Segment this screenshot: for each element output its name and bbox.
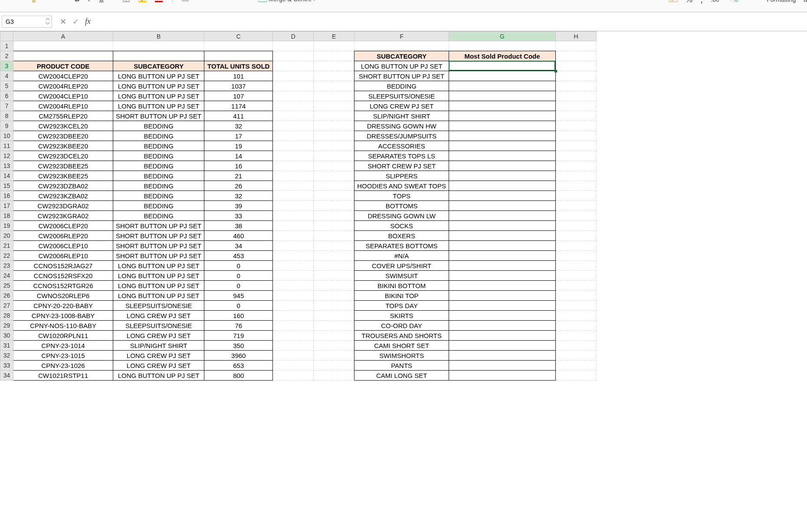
cell[interactable] bbox=[556, 71, 597, 81]
cell[interactable]: 33 bbox=[204, 211, 273, 221]
align-icon[interactable] bbox=[182, 0, 189, 3]
cell[interactable] bbox=[273, 231, 314, 241]
row-header[interactable]: 21 bbox=[0, 241, 13, 251]
cell[interactable]: CW2923DBEE25 bbox=[13, 161, 113, 171]
cell[interactable] bbox=[556, 321, 597, 331]
cell[interactable]: 0 bbox=[204, 301, 273, 311]
cell[interactable] bbox=[556, 41, 597, 51]
cell[interactable] bbox=[273, 61, 314, 71]
cell[interactable]: CO-ORD DAY bbox=[354, 321, 449, 331]
cell[interactable]: SKIRTS bbox=[354, 311, 449, 321]
underline-button[interactable]: U bbox=[99, 0, 104, 3]
formula-input[interactable] bbox=[91, 16, 807, 28]
cell[interactable]: 107 bbox=[204, 91, 273, 101]
cell[interactable] bbox=[449, 171, 556, 181]
cell[interactable] bbox=[314, 281, 354, 291]
cell[interactable] bbox=[449, 181, 556, 191]
row-header[interactable]: 4 bbox=[0, 71, 13, 81]
col-header-G[interactable]: G bbox=[449, 32, 556, 41]
row-header[interactable]: 22 bbox=[0, 251, 13, 261]
cell[interactable]: BEDDING bbox=[354, 81, 449, 91]
cell[interactable] bbox=[314, 371, 354, 381]
cell[interactable] bbox=[556, 51, 597, 61]
row-header[interactable]: 8 bbox=[0, 111, 13, 121]
col-header-D[interactable]: D bbox=[273, 32, 314, 41]
cell[interactable]: SWIMSUIT bbox=[354, 271, 449, 281]
cell[interactable]: 653 bbox=[204, 361, 273, 371]
cell[interactable]: LONG BUTTON UP PJ SET bbox=[113, 81, 204, 91]
format-painter-icon[interactable] bbox=[30, 0, 40, 3]
cell[interactable]: CW2006CLEP20 bbox=[13, 221, 113, 231]
name-box[interactable]: G3 bbox=[2, 16, 52, 28]
cell[interactable] bbox=[204, 41, 273, 51]
cell[interactable]: CWNOS20RLEP6 bbox=[13, 291, 113, 301]
cell[interactable]: CCNOS152RSFX20 bbox=[13, 271, 113, 281]
cell[interactable] bbox=[13, 51, 113, 61]
cell[interactable]: 34 bbox=[204, 241, 273, 251]
row-header[interactable]: 12 bbox=[0, 151, 13, 161]
italic-button[interactable]: I bbox=[89, 0, 90, 3]
cell[interactable] bbox=[449, 61, 556, 71]
cell[interactable]: 26 bbox=[204, 181, 273, 191]
chevron-up-icon[interactable] bbox=[46, 17, 50, 21]
cell[interactable]: CW2006CLEP10 bbox=[13, 241, 113, 251]
cell[interactable] bbox=[314, 311, 354, 321]
cell[interactable] bbox=[273, 351, 314, 361]
cell[interactable] bbox=[273, 331, 314, 341]
cell[interactable] bbox=[449, 321, 556, 331]
cell[interactable]: CW2923DGRA02 bbox=[13, 201, 113, 211]
cell[interactable] bbox=[449, 221, 556, 231]
cell[interactable] bbox=[449, 211, 556, 221]
cell[interactable]: 32 bbox=[204, 121, 273, 131]
cell[interactable]: 19 bbox=[204, 141, 273, 151]
bold-button[interactable]: B bbox=[75, 0, 80, 3]
cell[interactable] bbox=[273, 261, 314, 271]
cell[interactable]: CW2006RLEP20 bbox=[13, 231, 113, 241]
cell[interactable] bbox=[556, 181, 597, 191]
cell[interactable]: CPNY-23-1014 bbox=[13, 341, 113, 351]
cell[interactable]: SEPARATES BOTTOMS bbox=[354, 241, 449, 251]
cell[interactable] bbox=[449, 71, 556, 81]
cell[interactable]: 350 bbox=[204, 341, 273, 351]
cell[interactable] bbox=[449, 231, 556, 241]
row-header[interactable]: 20 bbox=[0, 231, 13, 241]
cell[interactable]: 1037 bbox=[204, 81, 273, 91]
font-color-icon[interactable]: A bbox=[155, 0, 163, 3]
cell[interactable]: LONG CREW PJ SET bbox=[354, 101, 449, 111]
cell[interactable] bbox=[273, 181, 314, 191]
cell[interactable]: CW2923KCEL20 bbox=[13, 121, 113, 131]
row-header[interactable]: 1 bbox=[0, 41, 13, 51]
cell[interactable] bbox=[556, 331, 597, 341]
cell[interactable]: LONG BUTTON UP PJ SET bbox=[113, 271, 204, 281]
cell[interactable]: SHORT BUTTON UP PJ SET bbox=[113, 111, 204, 121]
cell[interactable] bbox=[113, 51, 204, 61]
cell[interactable] bbox=[556, 141, 597, 151]
cell[interactable] bbox=[449, 81, 556, 91]
cell[interactable]: SUBCATEGORY bbox=[113, 61, 204, 71]
row-header[interactable]: 26 bbox=[0, 291, 13, 301]
row-header[interactable]: 7 bbox=[0, 101, 13, 111]
cell[interactable] bbox=[314, 301, 354, 311]
cell[interactable]: DRESSING GOWN LW bbox=[354, 211, 449, 221]
row-header[interactable]: 24 bbox=[0, 271, 13, 281]
cell[interactable] bbox=[314, 51, 354, 61]
cell[interactable]: SLIPPERS bbox=[354, 171, 449, 181]
row-header[interactable]: 30 bbox=[0, 331, 13, 341]
cell[interactable]: 39 bbox=[204, 201, 273, 211]
col-header-B[interactable]: B bbox=[113, 32, 204, 41]
cell[interactable]: PRODUCT CODE bbox=[13, 61, 113, 71]
cell[interactable]: 719 bbox=[204, 331, 273, 341]
cell[interactable] bbox=[273, 41, 314, 51]
cell[interactable] bbox=[556, 111, 597, 121]
cell[interactable]: CW2923DBEE20 bbox=[13, 131, 113, 141]
accept-formula-icon[interactable]: ✓ bbox=[72, 17, 79, 26]
cell[interactable]: CPNY-23-1015 bbox=[13, 351, 113, 361]
cell[interactable]: LONG BUTTON UP PJ SET bbox=[113, 371, 204, 381]
cell[interactable]: 0 bbox=[204, 281, 273, 291]
cell[interactable] bbox=[449, 261, 556, 271]
cell[interactable] bbox=[556, 91, 597, 101]
cell[interactable] bbox=[556, 271, 597, 281]
cell[interactable]: 453 bbox=[204, 251, 273, 261]
cell[interactable]: LONG CREW PJ SET bbox=[113, 361, 204, 371]
cell[interactable] bbox=[556, 231, 597, 241]
